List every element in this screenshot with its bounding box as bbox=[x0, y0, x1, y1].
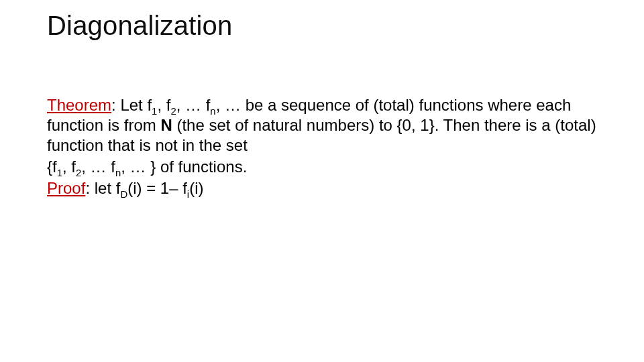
proof-sub-i: i bbox=[187, 189, 189, 200]
slide-body: Theorem: Let f1, f2, … fn, … be a sequen… bbox=[47, 95, 597, 200]
theorem-text-1: Let f bbox=[120, 96, 152, 114]
proof-label: Proof bbox=[47, 179, 85, 197]
proof-line: Proof: let fD(i) = 1– fi(i) bbox=[47, 178, 597, 198]
proof-mid: (i) = 1– f bbox=[127, 179, 187, 197]
proof-tail: (i) bbox=[189, 179, 203, 197]
proof-colon: : bbox=[85, 179, 94, 197]
set-c1: , f bbox=[62, 158, 76, 176]
set-tail: , … } of functions. bbox=[121, 158, 247, 176]
theorem-paragraph: Theorem: Let f1, f2, … fn, … be a sequen… bbox=[47, 95, 597, 156]
theorem-label: Theorem bbox=[47, 96, 111, 114]
sub-n: n bbox=[210, 106, 215, 117]
theorem-colon: : bbox=[111, 96, 120, 114]
proof-pre: let f bbox=[95, 179, 121, 197]
theorem-text-2: , f bbox=[157, 96, 170, 114]
set-sub-2: 2 bbox=[76, 168, 81, 178]
theorem-text-3: , … f bbox=[176, 96, 211, 114]
sub-1: 1 bbox=[152, 106, 157, 117]
set-line: {f1, f2, … fn, … } of functions. bbox=[47, 157, 597, 177]
sub-2: 2 bbox=[170, 106, 176, 117]
slide-title: Diagonalization bbox=[47, 11, 233, 41]
set-c2: , … f bbox=[81, 158, 115, 176]
proof-sub-D: D bbox=[120, 189, 127, 200]
set-sub-n: n bbox=[115, 168, 121, 178]
set-sub-1: 1 bbox=[57, 168, 62, 178]
natural-n: N bbox=[160, 116, 172, 134]
slide: Diagonalization Theorem: Let f1, f2, … f… bbox=[0, 0, 644, 362]
set-open: {f bbox=[47, 158, 57, 176]
